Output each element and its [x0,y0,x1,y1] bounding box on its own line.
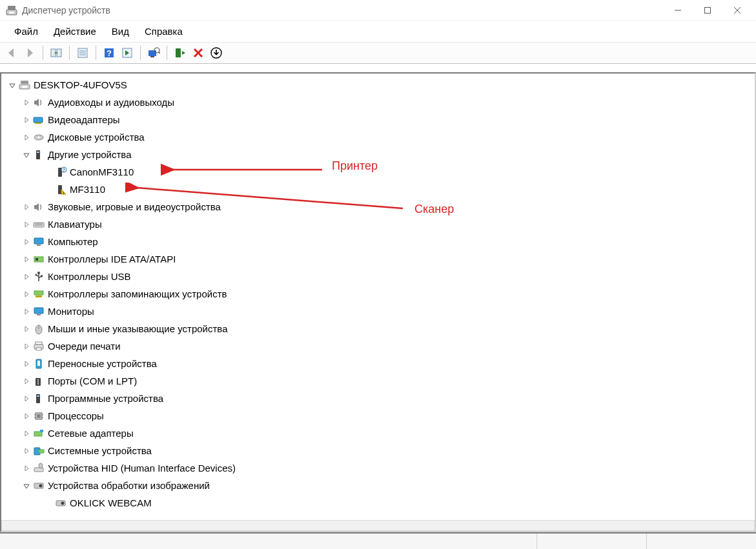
storage-controller-icon [32,288,45,301]
collapse-icon[interactable] [21,483,32,489]
portable-device-icon [32,357,45,370]
action-button[interactable] [119,45,135,61]
expand-icon[interactable] [21,221,32,228]
tree-category-monitors[interactable]: Мониторы [3,303,753,320]
tree-category-video-adapters[interactable]: Видеоадаптеры [3,111,753,128]
tree-category-hid[interactable]: Устройства HID (Human Interface Devices) [3,459,753,477]
usb-icon [32,270,45,283]
expand-icon[interactable] [21,448,32,454]
expand-icon[interactable] [21,256,32,263]
properties-button[interactable] [75,45,90,61]
tree-category-system[interactable]: Системные устройства [3,442,753,459]
tree-category-print-queues[interactable]: Очереди печати [3,337,753,355]
expand-icon[interactable] [21,204,32,210]
collapse-icon[interactable] [21,152,32,158]
tree-category-storage-controllers[interactable]: Контроллеры запоминающих устройств [3,285,753,303]
svg-rect-8 [57,49,61,57]
separator [43,46,43,60]
expand-icon[interactable] [21,274,32,280]
tree-category-computer[interactable]: Компьютер [3,233,753,250]
title-bar: Диспетчер устройств [0,0,756,21]
expand-icon[interactable] [21,326,32,332]
expand-icon[interactable] [21,239,32,245]
tree-category-ide-atapi[interactable]: Контроллеры IDE ATA/ATAPI [3,250,753,268]
separator [140,46,141,60]
svg-rect-73 [40,430,43,432]
tree-item-mf3110[interactable]: ! MF3110 [3,181,753,198]
tree-category-mice[interactable]: Мыши и иные указывающие устройства [3,320,753,337]
computer-icon [18,79,31,92]
expand-icon[interactable] [21,395,32,402]
svg-rect-42 [37,245,41,246]
tree-category-keyboards[interactable]: Клавиатуры [3,215,753,233]
uninstall-device-button[interactable] [190,45,206,61]
svg-rect-26 [22,86,27,88]
node-label: Видеоадаптеры [48,115,120,125]
tree-category-ports[interactable]: Порты (COM и LPT) [3,372,753,390]
expand-icon[interactable] [21,430,32,437]
node-label: Звуковые, игровые и видеоустройства [48,202,221,212]
maximize-button[interactable] [693,1,722,20]
enable-device-button[interactable] [172,45,188,61]
tree-category-sound-game-video[interactable]: Звуковые, игровые и видеоустройства [3,198,753,215]
tree-category-audio-io[interactable]: Аудиовходы и аудиовыходы [3,94,753,111]
tree-category-imaging[interactable]: Устройства обработки изображений [3,477,753,494]
menu-view[interactable]: Вид [104,23,137,39]
node-label: Программные устройства [48,394,163,403]
expand-icon[interactable] [21,413,32,419]
svg-rect-72 [34,432,42,436]
tree-category-processors[interactable]: Процессоры [3,407,753,424]
close-button[interactable] [722,1,752,20]
svg-rect-0 [8,6,15,10]
tree-root[interactable]: DESKTOP-4UFOV5S [3,76,753,94]
separator [167,46,167,60]
expand-icon[interactable] [21,117,32,123]
tree-frame: DESKTOP-4UFOV5S Аудиовходы и аудиовыходы… [0,72,756,532]
node-label: Дисковые устройства [48,132,145,142]
toolbar: ? [0,43,756,64]
expand-icon[interactable] [21,308,32,315]
tree-category-software-devices[interactable]: Программные устройства [3,390,753,407]
device-tree[interactable]: DESKTOP-4UFOV5S Аудиовходы и аудиовыходы… [3,76,753,512]
tree-category-other-devices[interactable]: Другие устройства [3,146,753,163]
collapse-icon[interactable] [6,82,18,88]
menu-help[interactable]: Справка [137,23,190,39]
expand-icon[interactable] [21,361,32,367]
tree-category-network[interactable]: Сетевые адаптеры [3,424,753,442]
update-driver-button[interactable] [209,45,224,61]
svg-rect-2 [9,12,14,14]
tree-item-oklick-webcam[interactable]: OKLICK WEBCAM [3,494,753,512]
minimize-button[interactable] [663,1,693,20]
node-label: Мониторы [48,306,94,316]
separator [96,46,96,60]
tree-category-usb[interactable]: Контроллеры USB [3,268,753,285]
scan-hardware-button[interactable] [146,45,161,61]
back-button[interactable] [4,45,19,61]
svg-line-19 [159,52,161,54]
expand-icon[interactable] [21,343,32,350]
node-label: Переносные устройства [48,359,157,368]
tree-category-portable[interactable]: Переносные устройства [3,355,753,372]
show-hide-console-button[interactable] [48,45,64,61]
svg-rect-51 [34,308,43,314]
display-adapter-icon [32,114,45,126]
svg-rect-52 [37,314,41,315]
tree-item-canon-mf3110[interactable]: ? CanonMF3110 [3,163,753,181]
disk-icon [32,131,45,144]
expand-icon[interactable] [21,99,32,106]
window-title: Диспетчер устройств [22,5,110,15]
tree-category-disk[interactable]: Дисковые устройства [3,128,753,146]
help-button[interactable]: ? [101,45,117,61]
menu-action[interactable]: Действие [46,23,104,39]
expand-icon[interactable] [21,134,32,141]
svg-text:!: ! [63,190,64,194]
network-adapter-icon [32,427,45,440]
expand-icon[interactable] [21,465,32,472]
menu-file[interactable]: Файл [6,23,46,39]
forward-button[interactable] [22,45,37,61]
expand-icon[interactable] [21,291,32,297]
node-label: OKLICK WEBCAM [70,498,152,508]
svg-rect-7 [51,49,56,57]
expand-icon[interactable] [21,378,32,384]
horizontal-scrollbar[interactable] [1,520,755,531]
